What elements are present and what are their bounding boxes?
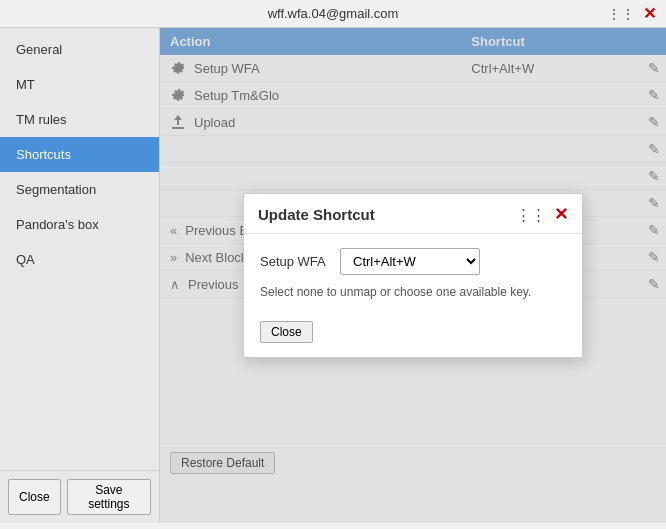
sidebar-footer: Close Save settings — [0, 470, 159, 523]
modal-close-icon[interactable]: ✕ — [554, 204, 568, 225]
modal-footer: Close — [244, 321, 582, 357]
modal-header-icons: ⋮⋮ ✕ — [516, 204, 568, 225]
modal-title: Update Shortcut — [258, 206, 375, 223]
modal-hint: Select none to unmap or choose one avail… — [260, 285, 566, 299]
modal-header: Update Shortcut ⋮⋮ ✕ — [244, 194, 582, 234]
sidebar-item-general[interactable]: General — [0, 32, 159, 67]
modal-field-label: Setup WFA — [260, 254, 330, 269]
grid-icon[interactable]: ⋮⋮ — [607, 6, 635, 22]
save-settings-button[interactable]: Save settings — [67, 479, 151, 515]
modal-overlay: Update Shortcut ⋮⋮ ✕ Setup WFA Ctrl+Alt+… — [160, 28, 666, 523]
app-header: wff.wfa.04@gmail.com ⋮⋮ ✕ — [0, 0, 666, 28]
shortcut-select[interactable]: Ctrl+Alt+W None — [340, 248, 480, 275]
sidebar: General MT TM rules Shortcuts Segmentati… — [0, 28, 160, 523]
modal-close-button[interactable]: Close — [260, 321, 313, 343]
modal-field-row: Setup WFA Ctrl+Alt+W None — [260, 248, 566, 275]
header-title: wff.wfa.04@gmail.com — [268, 6, 399, 21]
modal-body: Setup WFA Ctrl+Alt+W None Select none to… — [244, 234, 582, 321]
sidebar-item-qa[interactable]: QA — [0, 242, 159, 277]
close-button[interactable]: Close — [8, 479, 61, 515]
app-close-icon[interactable]: ✕ — [643, 4, 656, 23]
main-layout: General MT TM rules Shortcuts Segmentati… — [0, 28, 666, 523]
update-shortcut-modal: Update Shortcut ⋮⋮ ✕ Setup WFA Ctrl+Alt+… — [243, 193, 583, 358]
modal-grid-icon[interactable]: ⋮⋮ — [516, 206, 546, 224]
content-area: Action Shortcut Setup WFA Ctrl+Alt — [160, 28, 666, 523]
sidebar-item-mt[interactable]: MT — [0, 67, 159, 102]
sidebar-item-tm-rules[interactable]: TM rules — [0, 102, 159, 137]
sidebar-item-segmentation[interactable]: Segmentation — [0, 172, 159, 207]
sidebar-item-shortcuts[interactable]: Shortcuts — [0, 137, 159, 172]
sidebar-item-pandoras-box[interactable]: Pandora's box — [0, 207, 159, 242]
header-actions: ⋮⋮ ✕ — [607, 4, 656, 23]
